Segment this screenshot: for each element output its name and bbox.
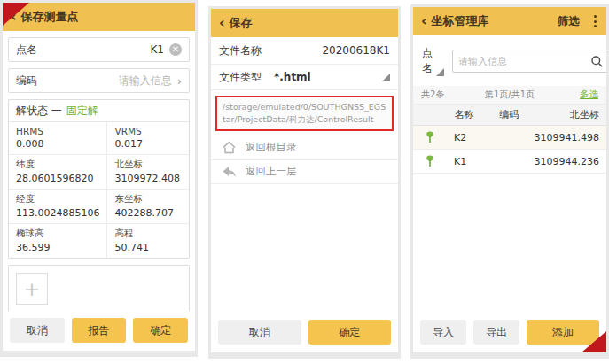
col-name: 名称 — [441, 108, 487, 121]
photo-thumb-area: + — [9, 266, 189, 312]
code-label: 编码 — [16, 74, 119, 89]
solution-value: 固定解 — [66, 104, 98, 119]
measurement-panel: 解状态 一 固定解 HRMS 0.008 VRMS 0.017 纬度 28.06… — [8, 99, 190, 259]
add-photo-placeholder[interactable]: + — [16, 273, 48, 305]
header-save-point: ‹ 保存测量点 — [3, 3, 195, 31]
row-north: 3109944.236 — [532, 156, 599, 167]
nav-root-label: 返回根目录 — [246, 141, 297, 154]
search-box — [452, 50, 606, 73]
solution-label: 解状态 一 — [16, 104, 62, 119]
latitude-value: 28.0601596820 — [16, 173, 99, 184]
header-save: ‹ 保存 — [211, 9, 398, 37]
elevation-value: 50.741 — [114, 242, 182, 253]
point-name-value: K1 — [150, 43, 164, 56]
back-icon[interactable]: ‹ — [219, 16, 225, 30]
search-input[interactable] — [458, 56, 587, 67]
filter-button[interactable]: 筛选 — [558, 14, 580, 29]
s1-button-bar: 取消 报告 确定 — [3, 311, 195, 351]
vrms-value: 0.017 — [114, 138, 182, 150]
clear-icon[interactable]: ✕ — [169, 43, 182, 56]
file-name-value: 20200618K1 — [322, 44, 390, 57]
north-cell: 北坐标 3109972.408 — [107, 155, 189, 190]
cancel-button[interactable]: 取消 — [218, 320, 301, 345]
chevron-right-icon: › — [177, 74, 182, 88]
pagination-row: 共2条 第1页/共1页 多选 — [413, 86, 606, 105]
elevation-cell: 高程 50.741 — [107, 224, 189, 258]
nav-up-row[interactable]: 返回上一层 — [211, 160, 398, 184]
ok-button[interactable]: 确定 — [133, 318, 188, 343]
ellipsoid-height-value: 36.599 — [16, 242, 99, 253]
page-title: 坐标管理库 — [432, 13, 489, 29]
header-coordinate-library: ‹ 坐标管理库 筛选 — [413, 7, 606, 35]
table-header: 名称 编码 北坐标 — [413, 105, 606, 126]
page-indicator: 第1页/共1页 — [413, 89, 606, 101]
latitude-cell: 纬度 28.0601596820 — [9, 155, 107, 190]
screen-save-point: ‹ 保存测量点 点名 K1 ✕ 编码 请输入信息 › 解状态 一 固定解 — [0, 0, 198, 357]
point-name-field[interactable]: 点名 K1 ✕ — [8, 37, 190, 62]
search-icon[interactable] — [590, 55, 604, 68]
point-name-label: 点名 — [16, 43, 150, 58]
col-code: 编码 — [487, 108, 532, 121]
point-pin-icon — [418, 155, 441, 167]
longitude-cell: 经度 113.0024885106 — [9, 190, 107, 224]
east-value: 402288.707 — [114, 207, 182, 219]
export-button[interactable]: 导出 — [473, 320, 519, 345]
table-row[interactable]: K1 3109944.236 — [413, 150, 606, 174]
vrms-cell: VRMS 0.017 — [107, 122, 189, 155]
screen-save-file: ‹ 保存 文件名称 20200618K1 文件类型 *.html /storag… — [208, 6, 401, 359]
point-pin-icon — [418, 131, 441, 143]
table-row[interactable]: K2 3109941.498 — [413, 126, 606, 150]
file-name-label: 文件名称 — [219, 43, 262, 58]
current-path-box: /storage/emulated/0/SOUTHGNSS_EGStar/Pro… — [215, 96, 394, 131]
file-name-field[interactable]: 文件名称 20200618K1 — [211, 37, 398, 65]
file-type-value: *.html — [274, 71, 311, 83]
search-field-label: 点名 — [422, 46, 433, 76]
measurement-grid: HRMS 0.008 VRMS 0.017 纬度 28.0601596820 北… — [9, 122, 189, 258]
search-field-selector[interactable]: 点名 — [420, 43, 446, 80]
latitude-label: 纬度 — [16, 159, 99, 171]
dropdown-corner-icon[interactable] — [382, 74, 390, 81]
cancel-button[interactable]: 取消 — [10, 318, 65, 343]
overflow-menu-icon[interactable] — [592, 13, 598, 29]
multiselect-link[interactable]: 多选 — [580, 89, 598, 101]
home-icon — [222, 141, 237, 154]
nav-root-row[interactable]: 返回根目录 — [211, 136, 398, 160]
col-north: 北坐标 — [532, 108, 599, 121]
east-label: 东坐标 — [114, 193, 182, 205]
elevation-label: 高程 — [114, 228, 182, 240]
dropdown-corner-icon — [436, 68, 444, 76]
import-button[interactable]: 导入 — [420, 320, 466, 345]
file-type-label: 文件类型 — [219, 70, 262, 85]
vrms-label: VRMS — [114, 126, 182, 136]
nav-up-label: 返回上一层 — [246, 165, 297, 178]
screen-coordinate-library: ‹ 坐标管理库 筛选 点名 共2条 第1页/共1页 多选 — [410, 4, 609, 359]
s2-button-bar: 取消 确定 — [211, 313, 398, 352]
save-point-body: 点名 K1 ✕ 编码 请输入信息 › 解状态 一 固定解 HRMS 0.008 — [3, 31, 195, 344]
hrms-cell: HRMS 0.008 — [9, 122, 107, 155]
back-icon[interactable]: ‹ — [421, 14, 427, 28]
page-title: 保存 — [230, 15, 253, 31]
code-placeholder: 请输入信息 — [119, 74, 172, 89]
north-value: 3109972.408 — [114, 173, 182, 184]
ellipsoid-height-cell: 椭球高 36.599 — [9, 224, 107, 258]
north-label: 北坐标 — [114, 159, 182, 171]
longitude-value: 113.0024885106 — [16, 207, 99, 219]
row-name: K1 — [441, 156, 487, 167]
s3-button-bar: 导入 导出 添加 — [413, 313, 606, 352]
east-cell: 东坐标 402288.707 — [107, 190, 189, 224]
add-button[interactable]: 添加 — [527, 320, 599, 345]
solution-status-row: 解状态 一 固定解 — [9, 100, 189, 122]
row-north: 3109941.498 — [532, 132, 599, 143]
ok-button[interactable]: 确定 — [308, 320, 392, 345]
search-row: 点名 — [413, 35, 606, 86]
ellipsoid-height-label: 椭球高 — [16, 228, 99, 240]
hrms-label: HRMS — [16, 126, 99, 136]
longitude-label: 经度 — [16, 193, 99, 205]
hrms-value: 0.008 — [16, 138, 99, 150]
report-button[interactable]: 报告 — [72, 318, 127, 343]
back-arrow-icon — [222, 166, 237, 178]
row-name: K2 — [441, 132, 487, 143]
file-type-field[interactable]: 文件类型 *.html — [211, 65, 398, 90]
page-title: 保存测量点 — [21, 9, 79, 25]
code-field[interactable]: 编码 请输入信息 › — [8, 68, 190, 93]
